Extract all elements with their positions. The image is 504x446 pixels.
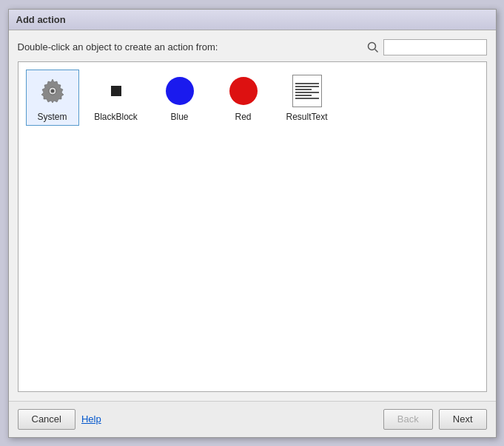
red-icon (226, 73, 261, 109)
footer-left: Cancel Help (18, 409, 101, 430)
search-input[interactable] (383, 39, 487, 55)
instruction-text: Double-click an object to create an acti… (18, 41, 218, 53)
svg-point-0 (368, 42, 375, 50)
svg-point-4 (50, 89, 54, 92)
blue-icon (162, 73, 198, 109)
add-action-dialog: Add action Double-click an object to cre… (8, 9, 497, 438)
footer-right: Back Next (383, 409, 487, 430)
object-item-resulttext[interactable]: ResultText (280, 70, 334, 126)
object-label-resulttext: ResultText (286, 112, 327, 122)
back-button[interactable]: Back (383, 409, 433, 430)
help-button[interactable]: Help (81, 413, 101, 425)
object-item-red[interactable]: Red (217, 70, 270, 126)
object-item-system[interactable]: System (26, 70, 79, 126)
instruction-row: Double-click an object to create an acti… (18, 39, 487, 55)
object-label-blackblock: BlackBlock (94, 112, 138, 122)
resulttext-icon (289, 73, 325, 109)
blackblock-icon (98, 73, 134, 109)
dialog-footer: Cancel Help Back Next (9, 401, 496, 437)
dialog-titlebar: Add action (9, 10, 496, 30)
svg-line-1 (374, 49, 377, 52)
search-row (366, 39, 487, 55)
cancel-button[interactable]: Cancel (18, 409, 75, 430)
dialog-body: Double-click an object to create an acti… (9, 30, 496, 401)
object-label-system: System (37, 112, 67, 122)
object-label-blue: Blue (170, 112, 188, 122)
dialog-title: Add action (16, 14, 66, 25)
object-item-blackblock[interactable]: BlackBlock (90, 70, 143, 126)
system-icon (35, 73, 70, 109)
object-label-red: Red (235, 112, 251, 122)
next-button[interactable]: Next (439, 409, 487, 430)
search-icon (366, 40, 380, 55)
object-item-blue[interactable]: Blue (153, 70, 206, 126)
object-panel: System BlackBlock Blue (18, 61, 487, 392)
